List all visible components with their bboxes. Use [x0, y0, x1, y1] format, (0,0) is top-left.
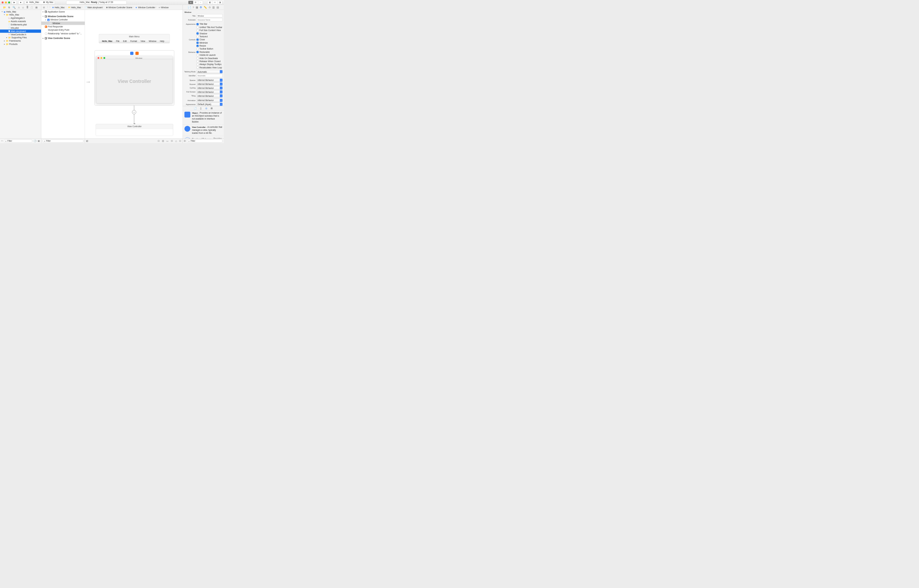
identifier-field[interactable] [196, 74, 222, 77]
visible-checkbox[interactable] [196, 54, 198, 56]
title-field[interactable] [196, 14, 222, 18]
scm-icon[interactable]: ▣ [38, 140, 40, 142]
report-navigator-icon[interactable]: ▤ [36, 6, 38, 9]
library-item[interactable]: Object - Provides an instance of an NSOb… [183, 110, 224, 124]
animation-select[interactable]: Inferred Behavior⌄ [196, 99, 222, 102]
standard-editor-button[interactable]: ≡ [188, 1, 193, 4]
breakpoint-navigator-icon[interactable]: ⬚ [31, 6, 33, 9]
run-button[interactable]: ▶ [12, 1, 17, 4]
segue-icon[interactable]: ⚭ [132, 110, 136, 114]
nav-group[interactable]: ▶📁Supporting Files [0, 36, 41, 39]
tabbing-select[interactable]: Automatic⌄ [196, 70, 222, 73]
toggle-debug-button[interactable]: ▭ [212, 1, 217, 4]
scheme-selector[interactable]: ⚙ Hello_Mac 〉 🖥 My Mac [25, 1, 55, 4]
menu-item[interactable]: Format [130, 40, 137, 42]
nav-group[interactable]: ▶📁Products [0, 43, 41, 46]
outline-window-selected[interactable]: ▭Window [41, 21, 85, 25]
outline-scene[interactable]: ▼▦Window Controller Scene [41, 15, 85, 18]
tiling-select[interactable]: Inferred Behavior⌄ [196, 94, 222, 97]
related-items-icon[interactable]: ⊞ [43, 6, 45, 8]
menu-item[interactable]: View [141, 40, 145, 42]
pin-icon[interactable]: ⊟ [171, 140, 173, 142]
debug-navigator-icon[interactable]: ≣ [26, 6, 28, 9]
device-select-icon[interactable]: ⊡ [158, 140, 160, 142]
resize-checkbox[interactable]: ✓ [196, 45, 198, 47]
library-list[interactable]: Object - Provides an instance of an NSOb… [183, 110, 224, 139]
library-filter[interactable]: ⌕Filter [187, 139, 222, 143]
outline-window-controller[interactable]: ▼◉Window Controller [41, 18, 85, 21]
nav-group[interactable]: ▼📁Hello_Mac [0, 13, 41, 16]
minimize-window-icon[interactable] [5, 1, 7, 3]
menu-bar[interactable]: Hello_Mac File Edit Format View Window H… [99, 39, 170, 43]
storyboard-canvas[interactable]: → Main Menu Hello_Mac File Edit Format V… [85, 10, 183, 139]
tooltips-checkbox[interactable] [196, 63, 198, 65]
library-item[interactable]: Storyboard Reference - Provides a placeh… [183, 136, 224, 139]
hide-checkbox[interactable] [196, 57, 198, 59]
close-window-icon[interactable] [2, 1, 4, 3]
outline-filter[interactable]: ⌕Filter [43, 139, 84, 143]
outline-scene[interactable]: ▶▦Application Scene [41, 10, 85, 13]
add-button[interactable]: + [1, 140, 3, 142]
nav-file-selected[interactable]: 📄Main.storyboard [0, 29, 41, 33]
nav-file[interactable]: 📁Assets.xcassets [0, 20, 41, 23]
autosave-field[interactable] [196, 18, 222, 21]
project-navigator-icon[interactable]: 📁 [3, 6, 6, 9]
version-editor-button[interactable]: ↔ [198, 1, 203, 4]
menu-item[interactable]: Hello_Mac [102, 40, 112, 42]
project-navigator[interactable]: ▼▣Hello_Mac ▼📁Hello_Mac hAppDelegate.h 📁… [0, 10, 41, 139]
nav-file[interactable]: 📄Info.plist [0, 26, 41, 29]
menu-item[interactable]: Window [149, 40, 156, 42]
first-responder-icon[interactable] [136, 52, 139, 55]
effects-inspector-icon[interactable]: ▤ [217, 6, 219, 9]
unified-checkbox[interactable] [196, 26, 198, 28]
test-navigator-icon[interactable]: ◇ [22, 6, 24, 9]
bindings-inspector-icon[interactable]: ▥ [212, 6, 214, 9]
back-button[interactable]: 〈 [46, 6, 48, 9]
nav-project-root[interactable]: ▼▣Hello_Mac [0, 10, 41, 13]
shadow-checkbox[interactable]: ✓ [196, 32, 198, 34]
grid-view-icon[interactable]: ⊞ [184, 140, 186, 142]
recalc-checkbox[interactable] [196, 66, 198, 68]
spaces-select[interactable]: Inferred Behavior⌄ [196, 79, 222, 82]
appearance-select[interactable]: Default (Aqua)⌄ [196, 103, 222, 106]
nav-file[interactable]: hViewController.h [0, 33, 41, 36]
window-controller-scene[interactable]: Window View Controller [94, 50, 174, 105]
menu-item[interactable]: File [116, 40, 119, 42]
menu-item[interactable]: Edit [123, 40, 126, 42]
toggle-inspector-button[interactable]: ◨ [217, 1, 222, 4]
align-icon[interactable]: ▭ [166, 140, 168, 142]
restorable-checkbox[interactable]: ✓ [196, 51, 198, 53]
fullsize-checkbox[interactable] [196, 29, 198, 31]
object-library-icon[interactable]: ◎ [205, 107, 207, 109]
nav-file[interactable]: 📄Entitlements.plist [0, 23, 41, 26]
main-menu-scene[interactable]: Main Menu Hello_Mac File Edit Format Vie… [99, 34, 170, 43]
titlebar-checkbox[interactable]: ✓ [196, 23, 198, 25]
help-inspector-icon[interactable]: ? [193, 6, 194, 9]
scene-dock[interactable] [95, 50, 174, 56]
document-outline[interactable]: ▶▦Application Scene ▼▦Window Controller … [41, 10, 85, 139]
outline-relationship[interactable]: Relationship "window content" to "... [41, 32, 85, 35]
assistant-editor-button[interactable]: ⊘ [193, 1, 198, 4]
identity-inspector-icon[interactable]: ▦ [196, 6, 198, 9]
close-checkbox[interactable]: ✓ [196, 39, 198, 40]
textured-checkbox[interactable] [196, 36, 198, 38]
attributes-inspector[interactable]: Window Title Autosave Appearance✓Title B… [183, 10, 224, 106]
stop-button[interactable]: ■ [18, 1, 23, 4]
file-template-library-icon[interactable]: 📄 [194, 107, 196, 109]
window-controller-icon[interactable] [130, 52, 134, 55]
outline-first-responder[interactable]: ◆First Responder [41, 25, 85, 28]
attributes-inspector-icon[interactable]: ⚙ [200, 6, 202, 9]
minimize-checkbox[interactable]: ✓ [196, 42, 198, 44]
menu-item[interactable]: Help [160, 40, 164, 42]
window-preview[interactable]: Window View Controller [96, 56, 173, 103]
toolbarbtn-checkbox[interactable] [196, 48, 198, 50]
source-control-icon[interactable]: ⧉ [8, 6, 10, 9]
recent-icon[interactable]: 🕓 [34, 140, 36, 142]
toggle-navigator-button[interactable]: ◧ [207, 1, 212, 4]
outline-scene[interactable]: ▶▦View Controller Scene [41, 37, 85, 40]
code-snippet-library-icon[interactable]: {} [200, 107, 202, 109]
find-navigator-icon[interactable]: 🔍 [13, 6, 16, 9]
outline-entry-point[interactable]: →Storyboard Entry Point [41, 28, 85, 32]
file-inspector-icon[interactable]: 📄 [188, 6, 191, 9]
jump-bar[interactable]: ⊞ 〈 〉 ▣Hello_Mac〉 📁Hello_Mac〉 📄Main.stor… [41, 5, 183, 10]
